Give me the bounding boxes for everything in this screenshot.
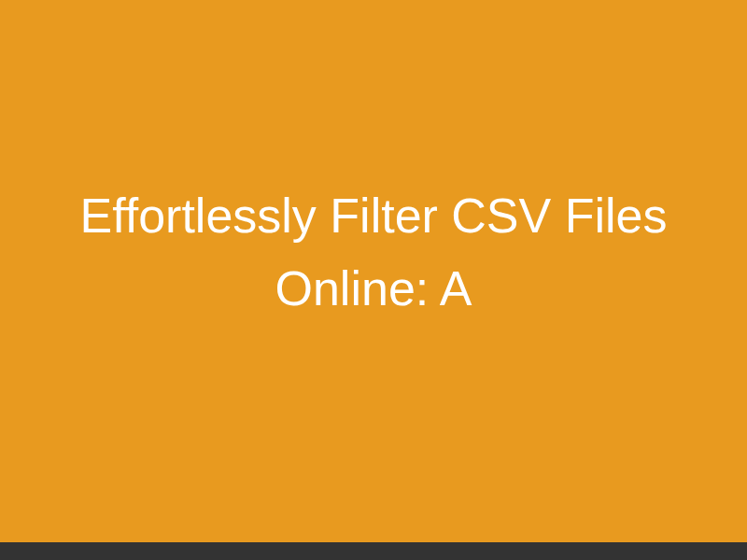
title-container: Effortlessly Filter CSV Files Online: A (0, 0, 747, 560)
page-title: Effortlessly Filter CSV Files Online: A (65, 179, 682, 325)
bottom-bar (0, 542, 747, 560)
